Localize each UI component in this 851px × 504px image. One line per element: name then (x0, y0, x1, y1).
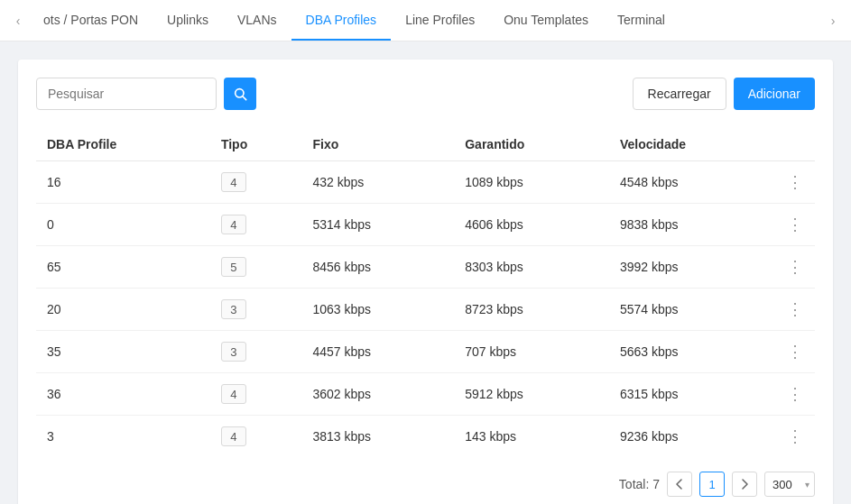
tipo-badge: 4 (221, 384, 246, 404)
cell-fixo: 1063 kbps (301, 289, 454, 331)
cell-garantido: 8303 kbps (454, 246, 609, 289)
table-footer: Total: 7 1 300 100 50 20 (36, 472, 815, 497)
cell-actions: ⋮ (776, 246, 815, 289)
table-row: 0 4 5314 kbps 4606 kbps 9838 kbps ⋮ (36, 204, 815, 246)
search-button[interactable] (224, 78, 256, 110)
col-header-garantido: Garantido (454, 128, 609, 161)
cell-dba-profile: 20 (36, 289, 210, 331)
tab-terminal[interactable]: Terminal (603, 0, 680, 41)
table-row: 16 4 432 kbps 1089 kbps 4548 kbps ⋮ (36, 161, 815, 204)
search-icon (233, 87, 247, 101)
cell-actions: ⋮ (776, 161, 815, 204)
cell-tipo: 4 (210, 416, 302, 458)
svg-line-1 (243, 96, 246, 100)
cell-fixo: 8456 kbps (301, 246, 454, 289)
row-actions-menu[interactable]: ⋮ (787, 172, 804, 192)
total-count: Total: 7 (619, 477, 660, 491)
cell-garantido: 1089 kbps (454, 161, 609, 204)
pagination-prev-button[interactable] (667, 472, 692, 497)
col-header-actions (776, 128, 815, 161)
search-box (36, 78, 256, 110)
content-area: Recarregar Adicionar DBA Profile Tipo Fi… (0, 41, 851, 504)
tipo-badge: 3 (221, 299, 246, 319)
cell-fixo: 432 kbps (301, 161, 454, 204)
chevron-left-icon (676, 479, 683, 490)
cell-fixo: 4457 kbps (301, 331, 454, 373)
main-card: Recarregar Adicionar DBA Profile Tipo Fi… (18, 60, 833, 504)
col-header-fixo: Fixo (301, 128, 454, 161)
cell-velocidade: 4548 kbps (609, 161, 776, 204)
col-header-dba-profile: DBA Profile (36, 128, 210, 161)
cell-fixo: 5314 kbps (301, 204, 454, 246)
row-actions-menu[interactable]: ⋮ (787, 299, 804, 319)
cell-tipo: 4 (210, 204, 302, 246)
table-header-row: DBA Profile Tipo Fixo Garantido Velocida… (36, 128, 815, 161)
table-row: 65 5 8456 kbps 8303 kbps 3992 kbps ⋮ (36, 246, 815, 289)
nav-prev-arrow[interactable]: ‹ (7, 10, 29, 32)
action-buttons: Recarregar Adicionar (633, 78, 815, 110)
cell-tipo: 3 (210, 331, 302, 373)
tab-dba-profiles[interactable]: DBA Profiles (291, 0, 392, 41)
cell-actions: ⋮ (776, 416, 815, 458)
per-page-select[interactable]: 300 100 50 20 (764, 472, 815, 497)
row-actions-menu[interactable]: ⋮ (787, 342, 804, 362)
cell-actions: ⋮ (776, 204, 815, 246)
per-page-wrapper: 300 100 50 20 (764, 472, 815, 497)
cell-actions: ⋮ (776, 373, 815, 416)
top-nav: ‹ ots / Portas PON Uplinks VLANs DBA Pro… (0, 0, 851, 41)
cell-velocidade: 9236 kbps (609, 416, 776, 458)
cell-dba-profile: 65 (36, 246, 210, 289)
cell-tipo: 4 (210, 161, 302, 204)
tipo-badge: 4 (221, 215, 246, 234)
cell-tipo: 3 (210, 289, 302, 331)
tipo-badge: 4 (221, 426, 246, 446)
col-header-velocidade: Velocidade (609, 128, 776, 161)
row-actions-menu[interactable]: ⋮ (787, 384, 804, 404)
cell-velocidade: 5663 kbps (609, 331, 776, 373)
tab-onu-templates[interactable]: Onu Templates (489, 0, 603, 41)
cell-dba-profile: 0 (36, 204, 210, 246)
tipo-badge: 5 (221, 257, 246, 277)
table-row: 20 3 1063 kbps 8723 kbps 5574 kbps ⋮ (36, 289, 815, 331)
row-actions-menu[interactable]: ⋮ (787, 257, 804, 277)
cell-actions: ⋮ (776, 289, 815, 331)
nav-next-arrow[interactable]: › (822, 10, 844, 32)
reload-button[interactable]: Recarregar (633, 78, 726, 110)
tipo-badge: 4 (221, 172, 246, 192)
cell-garantido: 707 kbps (454, 331, 609, 373)
table-row: 35 3 4457 kbps 707 kbps 5663 kbps ⋮ (36, 331, 815, 373)
cell-velocidade: 3992 kbps (609, 246, 776, 289)
cell-dba-profile: 35 (36, 331, 210, 373)
cell-dba-profile: 3 (36, 416, 210, 458)
col-header-tipo: Tipo (210, 128, 302, 161)
cell-fixo: 3813 kbps (301, 416, 454, 458)
tab-vlans[interactable]: VLANs (223, 0, 291, 41)
cell-tipo: 4 (210, 373, 302, 416)
table-row: 36 4 3602 kbps 5912 kbps 6315 kbps ⋮ (36, 373, 815, 416)
pagination-current-page: 1 (699, 472, 725, 497)
search-input[interactable] (36, 78, 217, 110)
cell-dba-profile: 16 (36, 161, 210, 204)
table-row: 3 4 3813 kbps 143 kbps 9236 kbps ⋮ (36, 416, 815, 458)
cell-tipo: 5 (210, 246, 302, 289)
cell-garantido: 143 kbps (454, 416, 609, 458)
tab-uplinks[interactable]: Uplinks (153, 0, 223, 41)
row-actions-menu[interactable]: ⋮ (787, 426, 804, 446)
row-actions-menu[interactable]: ⋮ (787, 215, 804, 234)
cell-fixo: 3602 kbps (301, 373, 454, 416)
cell-dba-profile: 36 (36, 373, 210, 416)
cell-garantido: 5912 kbps (454, 373, 609, 416)
tab-ots-portas-pon[interactable]: ots / Portas PON (29, 0, 153, 41)
toolbar: Recarregar Adicionar (36, 78, 815, 110)
data-table: DBA Profile Tipo Fixo Garantido Velocida… (36, 128, 815, 457)
tab-line-profiles[interactable]: Line Profiles (391, 0, 489, 41)
tipo-badge: 3 (221, 342, 246, 362)
chevron-right-icon (741, 479, 748, 490)
add-button[interactable]: Adicionar (734, 78, 815, 110)
cell-actions: ⋮ (776, 331, 815, 373)
pagination-next-button[interactable] (732, 472, 757, 497)
cell-velocidade: 9838 kbps (609, 204, 776, 246)
cell-velocidade: 5574 kbps (609, 289, 776, 331)
cell-garantido: 4606 kbps (454, 204, 609, 246)
cell-garantido: 8723 kbps (454, 289, 609, 331)
